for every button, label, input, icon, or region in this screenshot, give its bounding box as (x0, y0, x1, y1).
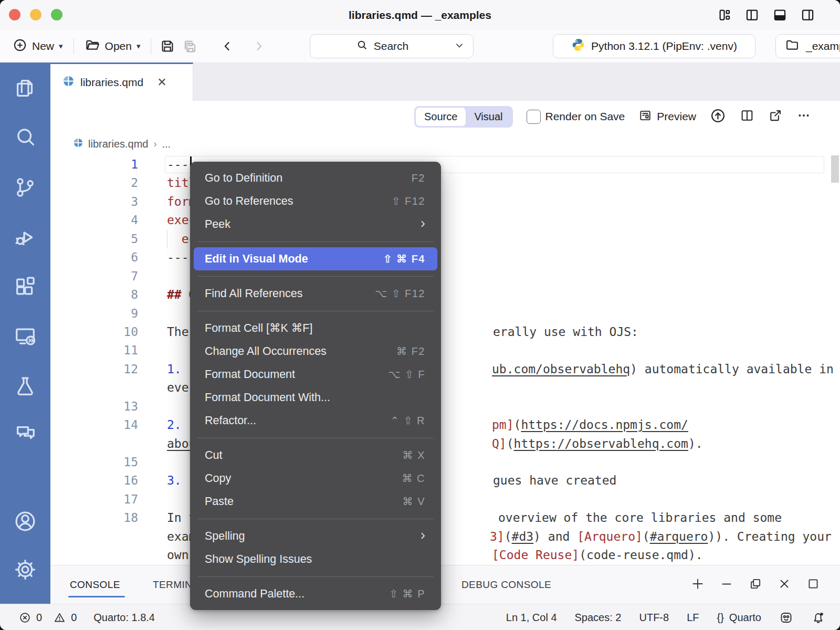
context-menu-item[interactable]: Paste⌘ V (190, 490, 441, 513)
render-document-button[interactable] (710, 108, 726, 126)
code-line[interactable]: 121. [Obserub.com/observablehq) automati… (50, 360, 840, 379)
code-line[interactable]: 2title: "Li (50, 174, 840, 192)
interpreter-selector[interactable]: Python 3.12.1 (PipEnv: .venv) (553, 34, 755, 58)
editor-scrollbar[interactable] (831, 155, 839, 183)
save-all-button[interactable] (178, 35, 201, 57)
context-menu-item[interactable]: Copy⌘ C (190, 467, 441, 490)
new-console-icon[interactable] (691, 577, 705, 593)
remote-explorer-icon[interactable] (13, 324, 37, 349)
code-line[interactable]: 11 (50, 341, 840, 360)
code-line[interactable]: 10There are erally use with OJS: (50, 323, 840, 341)
code-line[interactable]: 163. Customgues have created (50, 471, 840, 490)
context-menu-item[interactable]: Cut⌘ X (190, 444, 441, 467)
code-line[interactable]: 15 (50, 453, 840, 471)
forward-button[interactable] (248, 35, 270, 57)
eol-status[interactable]: LF (687, 612, 699, 624)
quarto-version-status[interactable]: Quarto: 1.8.4 (93, 612, 155, 624)
line-number: 6 (50, 248, 142, 267)
context-menu-item[interactable]: Format Document With... (190, 386, 441, 409)
global-search-box[interactable]: Search (310, 34, 474, 58)
language-mode-status[interactable]: {} Quarto (717, 612, 761, 624)
context-menu-item[interactable]: Command Palette...⇧ ⌘ P (190, 582, 441, 605)
source-control-icon[interactable] (13, 175, 37, 200)
visual-mode-button[interactable]: Visual (466, 108, 511, 126)
line-number: 8 (50, 286, 142, 304)
problems-status[interactable]: 0 0 (19, 612, 77, 624)
breadcrumb-file[interactable]: libraries.qmd (88, 138, 148, 150)
restore-panel-icon[interactable] (749, 577, 762, 593)
context-menu-item[interactable]: Peek› (190, 213, 441, 236)
code-line[interactable]: 8## Overvie (50, 286, 840, 304)
code-line[interactable]: 7 (50, 267, 840, 286)
context-menu-item[interactable]: Go to DefinitionF2 (190, 166, 441, 190)
line-number: 7 (50, 267, 142, 286)
breadcrumb[interactable]: libraries.qmd › ... (50, 132, 840, 155)
code-line[interactable]: 18In this dooverview of the core librari… (50, 509, 840, 527)
breadcrumb-more[interactable]: ... (162, 138, 171, 150)
open-in-new-window-button[interactable] (768, 108, 783, 125)
code-line[interactable]: 1--- (50, 155, 840, 174)
context-menu-item[interactable]: Edit in Visual Mode⇧ ⌘ F4 (194, 247, 437, 270)
settings-gear-icon[interactable] (13, 558, 37, 582)
new-button[interactable]: New▾ (7, 34, 68, 58)
chevron-down-icon[interactable] (454, 40, 465, 52)
split-editor-button[interactable] (740, 108, 754, 125)
comments-icon[interactable] (13, 422, 37, 446)
quarto-file-icon (74, 138, 83, 150)
code-line[interactable]: 3format: ht (50, 193, 840, 211)
context-menu-item[interactable]: Change All Occurrences⌘ F2 (190, 340, 441, 363)
extensions-icon[interactable] (13, 275, 37, 299)
account-icon[interactable] (13, 509, 37, 533)
code-line[interactable]: examples o3](#d3) and [Arquero](#arquero… (50, 528, 840, 546)
render-on-save-checkbox[interactable] (527, 110, 541, 124)
toggle-sidebar-icon[interactable] (745, 8, 759, 22)
customize-layout-icon[interactable] (717, 8, 731, 22)
close-tab-icon[interactable]: ✕ (157, 76, 166, 89)
code-line[interactable]: 5 echo: fe (50, 230, 840, 248)
more-actions-button[interactable] (796, 108, 811, 125)
workspace-button[interactable]: _examples (775, 34, 840, 58)
code-line[interactable]: about-packQ](https://observablehq.com). (50, 435, 840, 453)
notifications-bell-icon[interactable] (811, 611, 825, 625)
context-menu-item[interactable]: Find All References⌥ ⇧ F12 (190, 282, 441, 305)
code-line[interactable]: 6--- (50, 248, 840, 267)
braces-icon: {} (717, 612, 723, 624)
encoding-status[interactable]: UTF-8 (639, 612, 669, 624)
code-line[interactable]: 142. Third-pm](https://docs.npmjs.com/ (50, 416, 840, 434)
maximize-panel-icon[interactable] (806, 577, 820, 593)
context-menu-item[interactable]: Refactor...⌃ ⇧ R (190, 409, 441, 432)
code-line[interactable]: own librar[Code Reuse](code-reuse.qmd). (50, 546, 840, 564)
code-line[interactable]: 17 (50, 490, 840, 509)
search-icon[interactable] (13, 125, 37, 150)
code-line[interactable]: 9 (50, 304, 840, 323)
context-menu-item[interactable]: Show Spelling Issues (190, 548, 441, 571)
tab-console[interactable]: CONSOLE (70, 565, 120, 604)
toggle-panel-icon[interactable] (773, 8, 787, 22)
minimize-panel-icon[interactable] (720, 577, 733, 593)
preview-button[interactable]: Preview (638, 109, 696, 124)
code-line[interactable]: 4execute: (50, 211, 840, 229)
line-number: 9 (50, 304, 142, 323)
source-mode-button[interactable]: Source (416, 108, 466, 126)
context-menu-item[interactable]: Format Cell [⌘K ⌘F] (190, 317, 441, 340)
code-line[interactable]: every docu (50, 379, 840, 397)
testing-icon[interactable] (13, 374, 37, 398)
context-menu-item[interactable]: Spelling› (190, 524, 441, 548)
tab-debug-console[interactable]: DEBUG CONSOLE (461, 565, 551, 604)
code-editor[interactable]: 1---2title: "Li3format: ht4execute:5 ech… (50, 155, 840, 565)
tab-libraries-qmd[interactable]: libraries.qmd ✕ (50, 62, 193, 101)
toggle-secondary-sidebar-icon[interactable] (801, 8, 815, 22)
back-button[interactable] (216, 35, 238, 57)
code-line[interactable]: 13 (50, 397, 840, 416)
run-debug-icon[interactable] (13, 225, 37, 249)
cursor-position-status[interactable]: Ln 1, Col 4 (506, 612, 557, 624)
indentation-status[interactable]: Spaces: 2 (575, 612, 622, 624)
explorer-icon[interactable] (13, 76, 37, 100)
close-panel-icon[interactable] (778, 577, 791, 593)
open-button[interactable]: Open▾ (79, 34, 146, 58)
context-menu-item[interactable]: Format Document⌥ ⇧ F (190, 363, 441, 386)
menu-separator (197, 576, 434, 577)
context-menu-item[interactable]: Go to References⇧ F12 (190, 190, 441, 213)
feedback-smiley-icon[interactable] (779, 611, 793, 625)
save-button[interactable] (156, 35, 178, 57)
